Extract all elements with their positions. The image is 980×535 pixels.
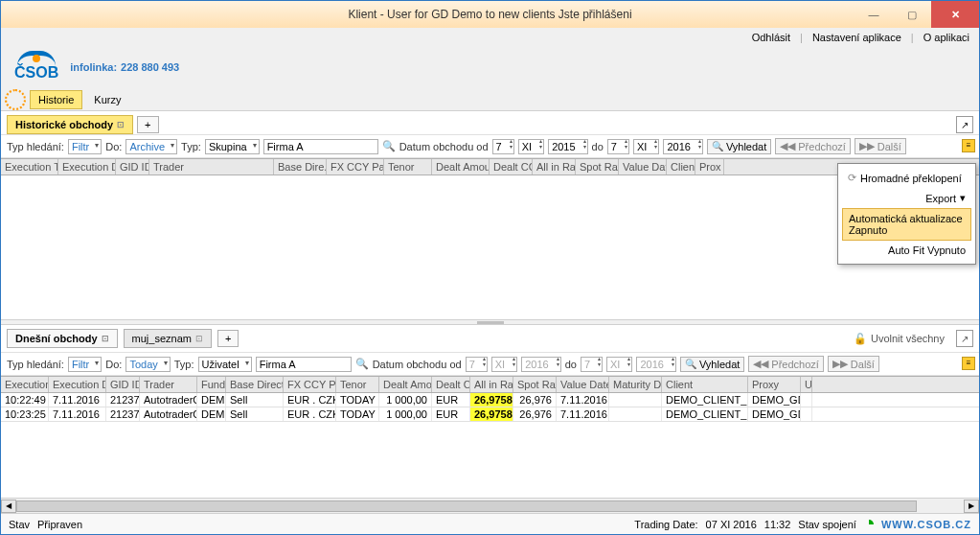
scroll-left-icon[interactable]: ◀ [1, 500, 16, 513]
uvolnit-vsechny[interactable]: Uvolnit všechny [871, 333, 945, 344]
column-header[interactable]: Value Date [619, 159, 667, 174]
scroll-right-icon[interactable]: ▶ [964, 500, 979, 513]
unlock-icon[interactable]: 🔓 [854, 333, 867, 345]
vyhledat-button[interactable]: 🔍Vyhledat [680, 357, 744, 372]
tab-dnesni-obchody[interactable]: Dnešní obchody⊡ [7, 329, 118, 348]
maximize-button[interactable]: ▢ [893, 1, 931, 28]
logout-link[interactable]: Odhlásit [752, 32, 790, 43]
date-from-month[interactable]: XI [518, 139, 544, 154]
popout-icon[interactable]: ↗ [956, 116, 973, 133]
date-from-year: 2016 [521, 357, 560, 372]
dalsi-button[interactable]: ▶▶ Další [855, 138, 906, 154]
options-button[interactable]: ≡ [962, 139, 975, 152]
horizontal-scrollbar[interactable]: ◀ ▶ [1, 498, 979, 513]
column-header[interactable]: FX CCY Pair [284, 377, 336, 392]
export-menu[interactable]: Export ▾ [842, 188, 971, 208]
options-popup: Hromadné překlopení Export ▾ Automatická… [837, 163, 976, 265]
swirl-icon[interactable] [5, 89, 26, 110]
predchozi-button[interactable]: ◀◀ Předchozí [775, 138, 851, 154]
typ-hledani-select[interactable]: Filtr [68, 357, 102, 372]
firma-input[interactable]: Firma A [256, 357, 352, 372]
column-header[interactable]: Base Direction [226, 377, 284, 392]
column-header[interactable]: Dealt CCY [432, 377, 470, 392]
date-to-year[interactable]: 2016 [663, 139, 702, 154]
date-to-month[interactable]: XI [633, 139, 659, 154]
tab-kurzy[interactable]: Kurzy [86, 91, 128, 108]
csob-logo: ČSOB [14, 51, 58, 81]
firma-input[interactable]: Firma A [263, 139, 378, 154]
date-to-year: 2016 [636, 357, 675, 372]
pin-icon[interactable]: ⊡ [195, 334, 203, 343]
column-header[interactable]: Execution Date [58, 159, 116, 174]
column-header[interactable]: Dealt Amount [432, 159, 490, 174]
auto-aktualizace[interactable]: Automatická aktualizace Zapnuto [842, 208, 971, 241]
table-row[interactable]: 10:23:257.11.20162123776AutotraderCZDEMO… [1, 407, 979, 422]
column-header[interactable]: Trader [149, 159, 274, 174]
status-bar: Stav Připraven Trading Date: 07 XI 2016 … [1, 513, 979, 534]
tab-muj-seznam[interactable]: muj_seznam⊡ [124, 329, 212, 348]
column-header[interactable]: Dealt CCY [490, 159, 533, 174]
column-header[interactable]: All in Rate [470, 377, 513, 392]
column-header[interactable]: Execution Time [1, 159, 58, 174]
about-link[interactable]: O aplikaci [923, 32, 969, 43]
minimize-button[interactable]: — [855, 1, 893, 28]
popout-icon[interactable]: ↗ [956, 330, 973, 347]
tab-historie[interactable]: Historie [30, 90, 82, 109]
column-header[interactable]: FX CCY Pair [327, 159, 384, 174]
column-header[interactable]: Dealt Amount [379, 377, 432, 392]
typ-select[interactable]: Uživatel [198, 357, 252, 372]
table-row[interactable]: 10:22:497.11.20162123775AutotraderCZDEMO… [1, 393, 979, 407]
infolinka: infolinka: 228 880 493 [70, 58, 179, 74]
column-header[interactable]: U [801, 377, 812, 392]
scroll-thumb[interactable] [16, 500, 917, 512]
column-header[interactable]: Execution Time [1, 377, 49, 392]
column-header[interactable]: Spot Rate [513, 377, 557, 392]
pin-icon[interactable]: ⊡ [102, 334, 109, 343]
auto-fit[interactable]: Auto Fit Vypnuto [842, 241, 971, 260]
main-tabs: Historie Kurzy [1, 89, 979, 111]
date-to-day[interactable]: 7 [607, 139, 629, 154]
column-header[interactable]: Tenor [336, 377, 379, 392]
add-tab-button[interactable]: + [137, 116, 158, 133]
header: ČSOB infolinka: 228 880 493 [1, 47, 979, 89]
search-icon[interactable]: 🔍 [355, 358, 369, 370]
date-from-day: 7 [466, 357, 488, 372]
tab-historicke-obchody[interactable]: Historické obchody⊡ [7, 115, 133, 134]
csob-link[interactable]: WWW.CSOB.CZ [881, 519, 971, 530]
close-button[interactable]: ✕ [931, 1, 979, 28]
search-icon[interactable]: 🔍 [382, 140, 396, 152]
column-header[interactable]: Tenor [384, 159, 432, 174]
column-header[interactable]: Proxy [748, 377, 801, 392]
column-header[interactable]: GID ID [116, 159, 149, 174]
predchozi-button[interactable]: ◀◀ Předchozí [748, 356, 824, 372]
vyhledat-button[interactable]: 🔍Vyhledat [707, 139, 771, 154]
column-header[interactable]: Trader [140, 377, 197, 392]
do-select[interactable]: Archive [125, 139, 177, 154]
column-header[interactable]: Fund [197, 377, 226, 392]
column-header[interactable]: Client [667, 159, 695, 174]
date-to-month: XI [606, 357, 632, 372]
column-header[interactable]: All in Rate [533, 159, 576, 174]
date-from-day[interactable]: 7 [492, 139, 514, 154]
options-button[interactable]: ≡ [962, 357, 975, 370]
column-header[interactable]: Base Dire... [274, 159, 327, 174]
do-select[interactable]: Today [125, 357, 170, 372]
typ-hledani-select[interactable]: Filtr [68, 139, 102, 154]
section1-tabs: Historické obchody⊡ + ↗ [1, 111, 979, 134]
column-header[interactable]: Prox [695, 159, 724, 174]
add-tab-button[interactable]: + [217, 330, 239, 347]
column-header[interactable]: Spot Rate [576, 159, 619, 174]
pin-icon[interactable]: ⊡ [117, 120, 125, 129]
dalsi-button[interactable]: ▶▶ Další [828, 356, 879, 372]
hromadne-preklopeni[interactable]: Hromadné překlopení [842, 168, 971, 188]
section2-filterbar: Typ hledání: Filtr Do: Today Typ: Uživat… [1, 352, 979, 376]
column-header[interactable]: Client [662, 377, 748, 392]
connection-icon [864, 520, 874, 529]
typ-select[interactable]: Skupina [205, 139, 260, 154]
column-header[interactable]: Value Date [557, 377, 609, 392]
app-settings-link[interactable]: Nastavení aplikace [812, 32, 901, 43]
column-header[interactable]: Maturity Date [609, 377, 662, 392]
column-header[interactable]: GID ID [106, 377, 140, 392]
column-header[interactable]: Execution Date [49, 377, 106, 392]
date-from-year[interactable]: 2015 [548, 139, 587, 154]
